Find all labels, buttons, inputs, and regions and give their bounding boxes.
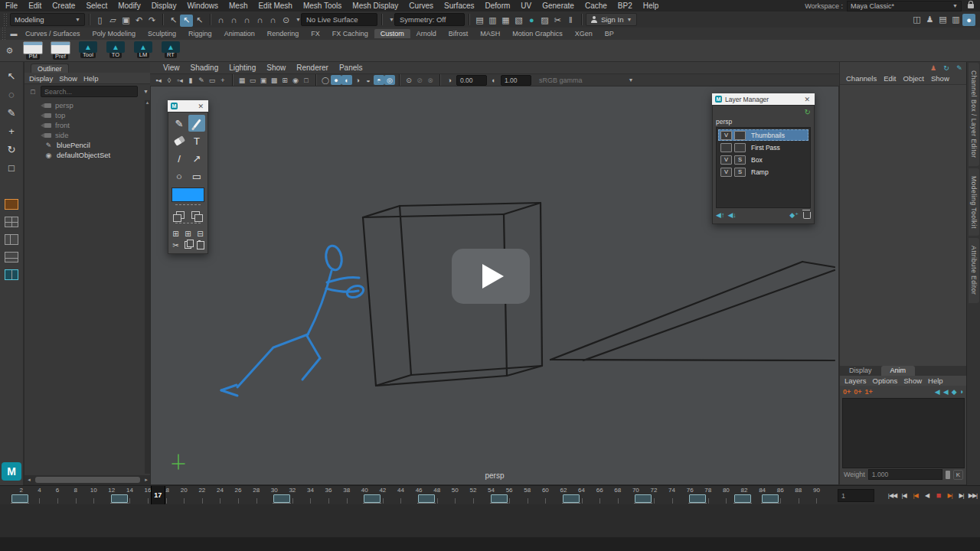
merge-layers-icon[interactable]: ◗	[960, 388, 964, 396]
layer-visibility-toggle[interactable]: V	[720, 168, 732, 177]
layer-manager-titlebar[interactable]: M Layer Manager ✕	[712, 93, 815, 105]
pencil-tool[interactable]: ✎	[171, 115, 188, 132]
outliner-item-defaultobjectset[interactable]: ◉defaultObjectSet	[24, 150, 145, 160]
menubar-item-surfaces[interactable]: Surfaces	[439, 2, 479, 10]
menubar-item-mesh-tools[interactable]: Mesh Tools	[298, 2, 347, 10]
wireframe-icon[interactable]: ◯	[320, 75, 331, 85]
grid-icon[interactable]: ▦	[237, 75, 247, 85]
layer-visibility-toggle[interactable]: V	[720, 155, 732, 165]
snap-to-point-icon[interactable]: ∩	[240, 14, 253, 26]
outliner-menu-show[interactable]: Show	[59, 74, 83, 83]
blue-pencil-frame-marker[interactable]	[491, 494, 508, 503]
insert-frame-icon[interactable]: ⊞	[182, 228, 194, 239]
menubar-item-select[interactable]: Select	[80, 2, 113, 10]
shelf-options-gear-icon[interactable]: ⚙	[3, 44, 16, 57]
viewport-menu-lighting[interactable]: Lighting	[224, 64, 261, 72]
bookmark-icon[interactable]: ▮	[185, 75, 196, 85]
exposure-icon[interactable]: ◑	[444, 75, 455, 85]
channel-box-menu-channels[interactable]: Channels	[846, 74, 884, 83]
create-layer-from-selected-icon[interactable]: 1+	[865, 388, 873, 396]
resolution-gate-icon[interactable]: ▣	[258, 75, 269, 85]
go-to-end-button[interactable]: ▶▶|	[967, 488, 978, 502]
side-tab-channel-box-layer-editor[interactable]: Channel Box / Layer Editor	[969, 63, 979, 166]
close-icon[interactable]: ✕	[196, 103, 205, 110]
shelf-tab-arnold[interactable]: Arnold	[410, 29, 443, 38]
render-setup-icon[interactable]: ▧	[512, 15, 525, 27]
hypershade-toggle-icon[interactable]: ●	[962, 14, 975, 26]
select-by-object-icon[interactable]: ↖	[180, 15, 193, 27]
snap-to-grid-icon[interactable]: ∩	[214, 14, 227, 26]
arrow-tool[interactable]: ↗	[188, 150, 205, 167]
menubar-item-help[interactable]: Help	[638, 2, 665, 10]
anim-menu-options[interactable]: Options	[873, 377, 904, 385]
filter-icon[interactable]: □	[28, 86, 38, 96]
weight-slider[interactable]	[946, 471, 950, 479]
step-back-key-button[interactable]: |◀	[910, 488, 921, 502]
shelf-tab-rendering[interactable]: Rendering	[261, 29, 305, 38]
render-view-icon[interactable]: ▤	[473, 15, 486, 27]
move-layer-up-icon[interactable]: ◀↑	[716, 211, 724, 219]
new-layer-icon[interactable]: ◆⁺	[789, 211, 799, 219]
menubar-item-windows[interactable]: Windows	[181, 2, 224, 10]
layer-editor-toggle-icon[interactable]: ▥	[949, 14, 962, 26]
stop-button[interactable]: ■	[933, 488, 944, 502]
chevron-down-icon[interactable]: ▼	[629, 77, 634, 83]
shelf-tab-sculpting[interactable]: Sculpting	[142, 29, 182, 38]
eraser-tool[interactable]	[171, 132, 188, 149]
outliner-item-side[interactable]: side	[24, 130, 145, 140]
create-override-layer-icon[interactable]: 0+	[854, 388, 861, 396]
chevron-down-icon[interactable]: ▼	[389, 17, 394, 22]
create-empty-anim-layer-icon[interactable]: 0+	[843, 388, 851, 396]
layer-row-ramp[interactable]: VSRamp	[718, 166, 808, 178]
anti-alias-icon[interactable]: ◎	[384, 75, 395, 85]
layer-editor-tab-display[interactable]: Display	[840, 366, 881, 376]
brush-color-swatch[interactable]	[172, 187, 204, 202]
outliner-item-bluepencil[interactable]: ✎bluePencil	[24, 140, 145, 150]
menubar-item-mesh[interactable]: Mesh	[224, 2, 253, 10]
ambient-occlusion-icon[interactable]: ◓	[374, 75, 384, 85]
three-pane-split-bottom-layout[interactable]	[5, 252, 18, 262]
save-scene-icon[interactable]: ▣	[119, 15, 132, 27]
outliner-menu-help[interactable]: Help	[83, 74, 105, 83]
ipr-render-icon[interactable]: ▦	[499, 15, 512, 27]
blue-pencil-frame-marker[interactable]	[563, 494, 580, 503]
undo-icon[interactable]: ↶	[132, 15, 145, 27]
shelf-tab-xgen[interactable]: XGen	[569, 29, 599, 38]
blue-pencil-frame-marker[interactable]	[689, 494, 706, 503]
step-forward-frame-button[interactable]: ▶|	[956, 488, 967, 502]
snap-to-view-plane-icon[interactable]: ∩	[266, 14, 279, 26]
field-chart-icon[interactable]: ⊞	[279, 75, 290, 85]
close-icon[interactable]: ✕	[802, 96, 812, 103]
menubar-item-display[interactable]: Display	[146, 2, 182, 10]
four-pane-layout[interactable]	[5, 217, 18, 227]
viewport-menu-panels[interactable]: Panels	[334, 64, 368, 72]
viewport-menu-show[interactable]: Show	[261, 64, 291, 72]
anim-menu-layers[interactable]: Layers	[844, 377, 873, 385]
shelf-tab-poly-modeling[interactable]: Poly Modeling	[87, 29, 142, 38]
shelf-tab-bp[interactable]: BP	[599, 29, 620, 38]
anim-menu-help[interactable]: Help	[928, 377, 949, 385]
menu-set-select[interactable]: Modeling ▼	[10, 13, 85, 26]
layer-row-first-pass[interactable]: First Pass	[718, 142, 808, 153]
shelf-tab-curves-surfaces[interactable]: Curves / Surfaces	[19, 29, 87, 38]
shelf-grip[interactable]	[2, 28, 6, 40]
gamma-icon[interactable]: ◐	[488, 75, 499, 85]
blue-pencil-frame-marker[interactable]	[734, 494, 751, 503]
three-pane-split-left-layout[interactable]	[5, 234, 18, 245]
anim-layer-list[interactable]	[842, 398, 965, 468]
pan-zoom-icon[interactable]: +	[217, 75, 228, 85]
menubar-item-uv[interactable]: UV	[515, 2, 537, 10]
shelf-button-rt[interactable]: ▲RT	[159, 41, 182, 60]
shelf-button-pm[interactable]: PM	[21, 41, 44, 60]
scrollbar-thumb[interactable]	[35, 477, 140, 483]
channel-box-menu-show[interactable]: Show	[931, 74, 956, 83]
layer-editor-tab-anim[interactable]: Anim	[881, 366, 916, 376]
menubar-item-mesh-display[interactable]: Mesh Display	[347, 2, 403, 10]
menubar-item-file[interactable]: File	[0, 2, 23, 10]
channel-box-menu-object[interactable]: Object	[903, 74, 931, 83]
open-scene-icon[interactable]: ▱	[106, 15, 119, 27]
exposure-field[interactable]: 0.00	[456, 75, 487, 86]
duplicate-frame-back-icon[interactable]	[176, 211, 185, 219]
menubar-item-edit[interactable]: Edit	[23, 2, 47, 10]
move-layer-down-icon[interactable]: ◀↓	[727, 211, 736, 219]
